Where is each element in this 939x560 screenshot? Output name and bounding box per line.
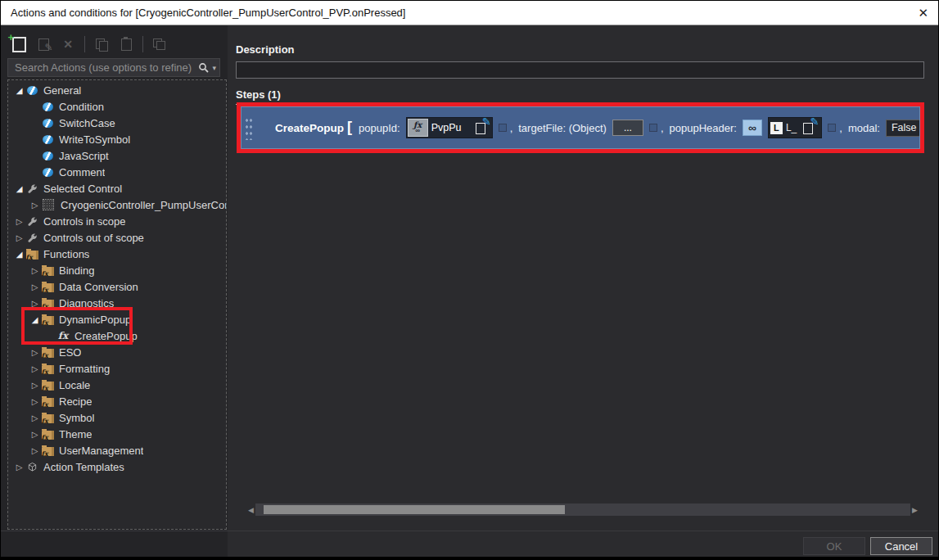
link-icon[interactable]: ∞	[743, 120, 762, 136]
tree-item-controls-in-scope[interactable]: ▷Controls in scope	[8, 213, 226, 229]
function-folder-icon: fx	[42, 267, 54, 276]
param-flag-checkbox[interactable]	[828, 124, 836, 132]
collapsed-arrow-icon[interactable]: ▷	[29, 381, 41, 390]
scrollbar-track[interactable]	[255, 504, 910, 516]
tree-item-condition[interactable]: Condition	[8, 98, 226, 115]
tree-item-writetosymbol[interactable]: WriteToSymbol	[8, 131, 226, 147]
function-folder-icon: fx	[42, 316, 54, 325]
collapsed-arrow-icon[interactable]: ▷	[29, 413, 41, 422]
copy-action-button[interactable]	[92, 34, 111, 54]
step-function-name: CreatePopup	[275, 122, 344, 134]
param-flag-checkbox[interactable]	[649, 124, 657, 132]
function-folder-icon: fx	[42, 365, 54, 374]
collapsed-arrow-icon[interactable]: ▷	[29, 201, 41, 210]
actions-conditions-dialog: Actions and conditions for [CryogenicCon…	[0, 0, 939, 560]
tree-item-javascript[interactable]: JavaScript	[8, 147, 226, 164]
stacked-pages-icon	[153, 38, 166, 50]
tree-item-label: WriteToSymbol	[59, 133, 130, 146]
tree-item-comment[interactable]: Comment	[8, 164, 226, 180]
control-grid-icon	[43, 199, 54, 210]
function-folder-icon: fx	[42, 447, 54, 456]
function-folder-icon: fx	[42, 300, 54, 309]
tree-item-data-conversion[interactable]: ▷fxData Conversion	[8, 278, 226, 295]
param-comma: ,	[661, 122, 664, 134]
close-icon[interactable]: ✕	[918, 7, 928, 19]
new-action-button[interactable]: +	[9, 34, 29, 54]
paste-action-button[interactable]	[116, 34, 136, 54]
collapsed-arrow-icon[interactable]: ▷	[29, 446, 41, 455]
tree-item-binding[interactable]: ▷fxBinding	[8, 262, 226, 278]
collapsed-arrow-icon[interactable]: ▷	[29, 397, 41, 406]
tree-item-label: Controls in scope	[43, 215, 125, 228]
scroll-left-arrow-icon[interactable]: ◀	[246, 506, 255, 514]
popupid-value[interactable]: PvpPu	[429, 120, 472, 136]
tree-item-dynamicpopup[interactable]: ◢fxDynamicPopup	[8, 311, 226, 327]
param-label: popupId:	[359, 122, 400, 134]
tree-item-createpopup[interactable]: fxCreatePopup	[8, 327, 226, 344]
collapsed-arrow-icon[interactable]: ▷	[29, 266, 41, 275]
tree-item-label: Recipe	[59, 395, 92, 408]
expanded-arrow-icon[interactable]: ◢	[29, 315, 41, 324]
tree-item-theme[interactable]: ▷fxTheme	[8, 426, 226, 442]
tree-item-recipe[interactable]: ▷fxRecipe	[8, 393, 226, 409]
tree-item-general[interactable]: ◢General	[8, 82, 226, 98]
horizontal-scrollbar[interactable]: ◀ ▶	[246, 504, 919, 516]
collapsed-arrow-icon[interactable]: ▷	[29, 299, 41, 308]
tree-item-formatting[interactable]: ▷fxFormatting	[8, 360, 226, 377]
action-sphere-icon	[43, 151, 53, 160]
collapsed-arrow-icon[interactable]: ▷	[29, 364, 41, 373]
step-row[interactable]: CreatePopup [ popupId:ƒx∞PvpPu✎,targetFi…	[241, 106, 920, 149]
search-options-caret-icon[interactable]: ▾	[212, 64, 216, 72]
param-flag-checkbox[interactable]	[499, 124, 507, 132]
function-folder-icon: fx	[42, 283, 54, 292]
toolbar: +✎✕	[9, 34, 169, 55]
search-input[interactable]	[13, 61, 196, 75]
collapsed-arrow-icon[interactable]: ▷	[13, 463, 25, 472]
popupheader-value[interactable]: L_	[786, 122, 797, 133]
language-button[interactable]: L	[770, 122, 783, 134]
edit-action-button[interactable]: ✎	[34, 34, 53, 54]
action-sphere-icon	[43, 168, 53, 177]
browse-button[interactable]: ...	[612, 120, 643, 136]
collapsed-arrow-icon[interactable]: ▷	[29, 348, 41, 357]
tree-item-usermanagement[interactable]: ▷fxUserManagement	[8, 442, 226, 458]
tree-item-action-templates[interactable]: ▷Action Templates	[8, 458, 226, 475]
cancel-button[interactable]: Cancel	[870, 537, 932, 555]
collapsed-arrow-icon[interactable]: ▷	[29, 430, 41, 439]
tree-item-selected-control[interactable]: ◢Selected Control	[8, 180, 226, 196]
edit-value-icon[interactable]: ✎	[475, 120, 490, 135]
scroll-right-arrow-icon[interactable]: ▶	[910, 506, 919, 514]
tree-item-symbol[interactable]: ▷fxSymbol	[8, 409, 226, 426]
collapsed-arrow-icon[interactable]: ▷	[13, 233, 25, 242]
delete-action-button[interactable]: ✕	[58, 34, 78, 54]
collapsed-arrow-icon[interactable]: ▷	[13, 217, 25, 226]
param-label: targetFile: (Object)	[518, 122, 607, 134]
tree-item-controls-out-of-scope[interactable]: ▷Controls out of scope	[8, 229, 226, 246]
tree-item-functions[interactable]: ◢fxFunctions	[8, 246, 226, 262]
expanded-arrow-icon[interactable]: ◢	[13, 250, 25, 259]
scrollbar-thumb[interactable]	[264, 505, 565, 514]
tree-item-diagnostics[interactable]: ▷fxDiagnostics	[8, 295, 226, 311]
tree-item-eso[interactable]: ▷fxESO	[8, 344, 226, 360]
description-input[interactable]	[236, 61, 924, 79]
collapsed-arrow-icon[interactable]: ▷	[29, 282, 41, 291]
drag-handle[interactable]	[244, 115, 252, 140]
step-highlight-box: CreatePopup [ popupId:ƒx∞PvpPu✎,targetFi…	[237, 102, 924, 153]
tree-item-label: Data Conversion	[59, 281, 138, 293]
function-folder-icon: fx	[42, 398, 54, 407]
modal-dropdown[interactable]: False▼	[886, 120, 920, 137]
tree-item-label: Functions	[43, 248, 89, 260]
fx-binding-icon[interactable]: ƒx∞	[408, 119, 428, 137]
pencil-page-icon: ✎	[38, 38, 49, 51]
expanded-arrow-icon[interactable]: ◢	[13, 86, 25, 95]
tree-item-cryogeniccontroller-pumpusercontrol[interactable]: ▷CryogenicController_PumpUserControl	[8, 196, 226, 213]
edit-value-icon[interactable]: ✎	[802, 120, 817, 135]
tree-item-switchcase[interactable]: SwitchCase	[8, 115, 226, 131]
tree-item-label: Selected Control	[43, 183, 122, 195]
tree-item-locale[interactable]: ▷fxLocale	[8, 377, 226, 393]
tree-item-label: Theme	[59, 428, 92, 440]
ok-button[interactable]: OK	[803, 537, 865, 555]
duplicate-action-button[interactable]	[150, 34, 169, 54]
expanded-arrow-icon[interactable]: ◢	[13, 184, 25, 193]
step-open-bracket: [	[347, 119, 352, 136]
